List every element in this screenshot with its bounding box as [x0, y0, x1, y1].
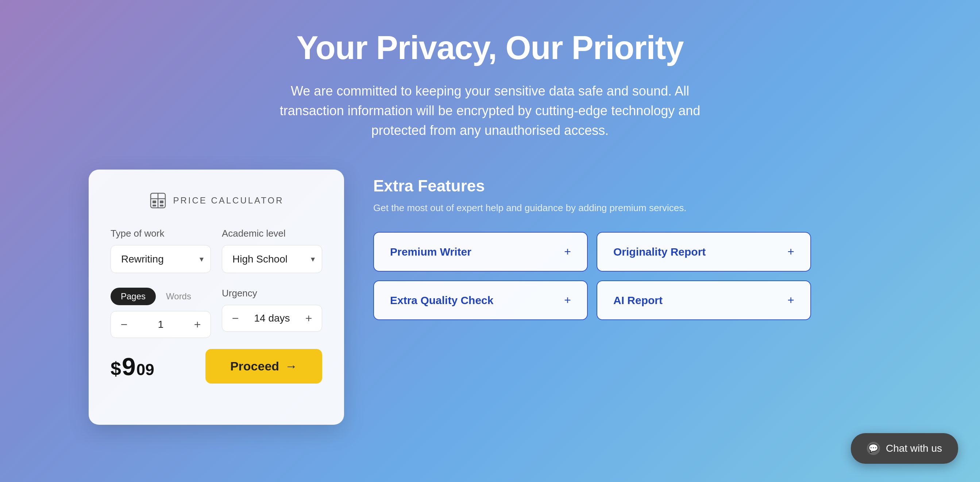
chat-label: Chat with us [886, 442, 942, 454]
extra-features-subtitle: Get the most out of expert help and guid… [373, 202, 891, 214]
main-content: PRICE CALCULATOR Type of work Rewriting … [89, 170, 891, 425]
svg-rect-3 [153, 201, 156, 203]
type-of-work-group: Type of work Rewriting Essay Research Pa… [111, 228, 211, 273]
pages-words-row: Pages Words − 1 + Urgency − 14 days + [111, 288, 322, 338]
proceed-button[interactable]: Proceed → [205, 349, 322, 384]
academic-level-select[interactable]: High School Undergraduate Master's PhD [222, 245, 322, 273]
urgency-group: Urgency − 14 days + [222, 288, 322, 332]
extra-quality-check-plus-icon: + [564, 293, 571, 307]
page-subtitle: We are committed to keeping your sensiti… [271, 81, 709, 140]
type-of-work-label: Type of work [111, 228, 211, 239]
academic-level-select-wrapper: High School Undergraduate Master's PhD ▾ [222, 245, 322, 273]
proceed-label: Proceed [230, 359, 279, 373]
originality-report-button[interactable]: Originality Report + [597, 232, 811, 272]
extra-features-title: Extra Features [373, 177, 891, 195]
ai-report-label: AI Report [613, 294, 663, 307]
increment-button[interactable]: + [184, 311, 210, 338]
svg-rect-5 [153, 205, 156, 206]
ai-report-button[interactable]: AI Report + [597, 281, 811, 320]
quantity-value: 1 [137, 319, 184, 330]
quantity-control: − 1 + [111, 311, 211, 338]
svg-rect-4 [160, 201, 164, 203]
calc-title: PRICE CALCULATOR [173, 195, 283, 206]
urgency-increment-button[interactable]: + [296, 305, 322, 331]
top-form-row: Type of work Rewriting Essay Research Pa… [111, 228, 322, 273]
proceed-arrow-icon: → [285, 359, 298, 373]
svg-rect-6 [160, 205, 164, 206]
urgency-control: − 14 days + [222, 305, 322, 332]
urgency-decrement-button[interactable]: − [222, 305, 248, 331]
price-symbol: $ [111, 358, 121, 379]
type-of-work-select-wrapper: Rewriting Essay Research Paper Dissertat… [111, 245, 211, 273]
calculator-icon [149, 192, 167, 210]
features-grid: Premium Writer + Originality Report + Ex… [373, 232, 811, 320]
price-whole: 9 [122, 352, 136, 381]
pages-words-toggle: Pages Words [111, 288, 211, 305]
urgency-value: 14 days [248, 312, 296, 324]
chat-bubble-icon: 💬 [867, 442, 880, 455]
words-tab[interactable]: Words [156, 288, 201, 305]
type-of-work-select[interactable]: Rewriting Essay Research Paper Dissertat… [111, 245, 211, 273]
premium-writer-button[interactable]: Premium Writer + [373, 232, 588, 272]
premium-writer-label: Premium Writer [390, 246, 471, 258]
decrement-button[interactable]: − [111, 311, 137, 338]
calculator-card: PRICE CALCULATOR Type of work Rewriting … [89, 170, 344, 425]
academic-level-label: Academic level [222, 228, 322, 239]
premium-writer-plus-icon: + [564, 245, 571, 258]
originality-report-label: Originality Report [613, 246, 706, 258]
pages-tab[interactable]: Pages [111, 288, 156, 305]
extra-quality-check-button[interactable]: Extra Quality Check + [373, 281, 588, 320]
extra-features-section: Extra Features Get the most out of exper… [373, 170, 891, 320]
bottom-row: $ 9 09 Proceed → [111, 349, 322, 384]
quantity-group: Pages Words − 1 + [111, 288, 211, 338]
academic-level-group: Academic level High School Undergraduate… [222, 228, 322, 273]
price-cents: 09 [137, 361, 154, 379]
originality-report-plus-icon: + [788, 245, 794, 258]
chat-button[interactable]: 💬 Chat with us [851, 433, 958, 464]
extra-quality-check-label: Extra Quality Check [390, 294, 493, 307]
ai-report-plus-icon: + [788, 293, 794, 307]
price-display: $ 9 09 [111, 352, 154, 381]
urgency-label: Urgency [222, 288, 322, 299]
page-title: Your Privacy, Our Priority [296, 29, 683, 67]
calc-header: PRICE CALCULATOR [111, 192, 322, 210]
